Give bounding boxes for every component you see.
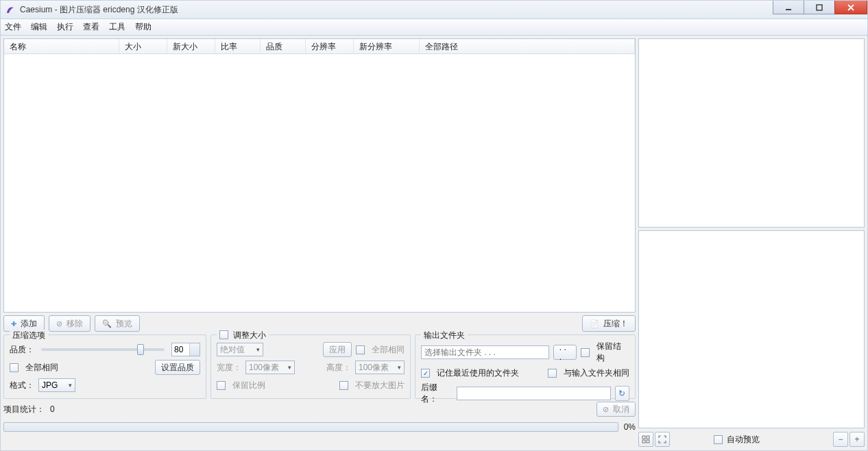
- preview-button-label: 预览: [116, 318, 132, 330]
- output-group: 输出文件夹 . . . 保留结构 记住最近使用的文件夹 与输入文件夹相同 后缀名…: [415, 334, 636, 399]
- preview-toolbar: 自动预览 − +: [638, 431, 865, 448]
- menu-file[interactable]: 文件: [5, 21, 21, 33]
- width-value: 100像素: [249, 362, 279, 374]
- item-stats-label: 项目统计：: [3, 404, 45, 415]
- all-same-quality-checkbox[interactable]: [10, 363, 19, 372]
- resize-all-same-label: 全部相同: [372, 344, 405, 356]
- fit-window-button[interactable]: [655, 432, 670, 447]
- preview-compressed-pane: [638, 230, 865, 428]
- quality-slider[interactable]: [41, 348, 165, 351]
- all-same-quality-label: 全部相同: [25, 362, 58, 374]
- menu-tools[interactable]: 工具: [109, 21, 125, 33]
- output-legend: 输出文件夹: [421, 330, 468, 341]
- col-newsize[interactable]: 新大小: [167, 39, 215, 53]
- suffix-input[interactable]: [457, 387, 611, 400]
- remove-button[interactable]: 移除: [49, 315, 91, 332]
- col-ratio[interactable]: 比率: [215, 39, 261, 53]
- minimize-button[interactable]: [773, 1, 804, 14]
- height-combo[interactable]: 100像素: [355, 361, 405, 374]
- remove-button-label: 移除: [67, 318, 83, 330]
- resize-legend-label: 调整大小: [233, 330, 266, 340]
- menu-edit[interactable]: 编辑: [31, 21, 47, 33]
- col-size[interactable]: 大小: [119, 39, 167, 53]
- suffix-label: 后缀名：: [421, 382, 453, 405]
- svg-rect-4: [642, 440, 645, 443]
- compress-button-label: 压缩！: [603, 318, 628, 330]
- fit-width-button[interactable]: [638, 432, 653, 447]
- zoom-in-button[interactable]: +: [849, 432, 865, 447]
- table-body[interactable]: [4, 54, 635, 312]
- width-combo[interactable]: 100像素: [245, 361, 295, 374]
- add-button-label: 添加: [21, 318, 37, 330]
- set-quality-label: 设置品质: [161, 362, 194, 374]
- resize-mode-combo[interactable]: 绝对值: [217, 343, 263, 356]
- preview-original-pane: [638, 38, 865, 228]
- menu-help[interactable]: 帮助: [135, 21, 152, 33]
- no-enlarge-checkbox[interactable]: [339, 381, 348, 390]
- resize-all-same-checkbox[interactable]: [356, 345, 365, 354]
- browse-button[interactable]: . . .: [553, 345, 577, 360]
- maximize-button[interactable]: [804, 1, 835, 14]
- resize-legend: 调整大小: [217, 330, 269, 341]
- keep-structure-label: 保留结构: [596, 341, 629, 364]
- same-as-input-checkbox[interactable]: [548, 369, 557, 378]
- col-fullpath[interactable]: 全部路径: [420, 39, 635, 53]
- col-name[interactable]: 名称: [4, 39, 119, 53]
- progress-row: 0%: [3, 419, 636, 435]
- quality-slider-thumb[interactable]: [137, 344, 144, 355]
- window-title: Caesium - 图片压缩器 ericdeng 汉化修正版: [20, 4, 773, 16]
- format-value: JPG: [42, 380, 58, 390]
- auto-preview-label: 自动预览: [727, 434, 760, 446]
- same-as-input-label: 与输入文件夹相同: [564, 367, 629, 379]
- resize-apply-button[interactable]: 应用: [323, 342, 352, 357]
- compress-legend: 压缩选项: [10, 330, 48, 341]
- table-header: 名称 大小 新大小 比率 品质 分辨率 新分辨率 全部路径: [4, 39, 635, 54]
- height-value: 100像素: [359, 362, 389, 374]
- action-toolbar: 添加 移除 预览 压缩！: [3, 315, 636, 332]
- resize-group: 调整大小 绝对值 应用 全部相同 宽度： 100像素 高度： 100像素: [210, 334, 411, 399]
- menubar: 文件 编辑 执行 查看 工具 帮助: [0, 19, 868, 36]
- col-resolution[interactable]: 分辨率: [306, 39, 354, 53]
- expand-icon: [658, 435, 666, 443]
- progress-pct: 0%: [624, 422, 636, 432]
- format-combo[interactable]: JPG: [38, 378, 75, 392]
- svg-rect-1: [817, 5, 822, 10]
- browse-label: . . .: [559, 343, 571, 362]
- app-icon: [5, 4, 16, 15]
- output-folder-input[interactable]: [421, 345, 549, 359]
- remember-recent-checkbox[interactable]: [421, 369, 430, 378]
- keep-structure-checkbox[interactable]: [581, 348, 590, 357]
- menu-view[interactable]: 查看: [83, 21, 99, 33]
- auto-preview-checkbox[interactable]: [714, 435, 723, 444]
- svg-rect-3: [647, 436, 649, 439]
- cancel-label: 取消: [613, 404, 629, 415]
- format-label: 格式：: [10, 380, 34, 391]
- window-controls: [773, 1, 867, 19]
- quality-value: 80: [174, 345, 183, 354]
- file-table[interactable]: 名称 大小 新大小 比率 品质 分辨率 新分辨率 全部路径: [3, 38, 636, 313]
- set-quality-button[interactable]: 设置品质: [155, 360, 200, 375]
- quality-label: 品质：: [10, 344, 34, 356]
- height-label: 高度：: [326, 362, 351, 374]
- width-label: 宽度：: [217, 362, 241, 374]
- quality-spinbox[interactable]: 80: [171, 343, 200, 356]
- compress-button[interactable]: 压缩！: [582, 315, 636, 332]
- close-button[interactable]: [834, 1, 867, 14]
- suffix-reset-button[interactable]: ↻: [615, 386, 629, 401]
- preview-button[interactable]: 预览: [95, 315, 140, 332]
- resize-enable-checkbox[interactable]: [219, 330, 228, 339]
- plus-icon: +: [854, 435, 859, 444]
- item-count: 0: [50, 404, 55, 414]
- remember-recent-label: 记住最近使用的文件夹: [437, 367, 519, 379]
- refresh-icon: ↻: [618, 389, 625, 398]
- menu-execute[interactable]: 执行: [57, 21, 73, 33]
- resize-mode-value: 绝对值: [220, 344, 245, 356]
- col-newresolution[interactable]: 新分辨率: [354, 39, 420, 53]
- no-enlarge-label: 不要放大图片: [355, 380, 405, 391]
- svg-rect-5: [647, 440, 649, 443]
- keep-ratio-checkbox[interactable]: [217, 381, 226, 390]
- svg-rect-2: [642, 436, 645, 439]
- zoom-out-button[interactable]: −: [833, 432, 848, 447]
- titlebar: Caesium - 图片压缩器 ericdeng 汉化修正版: [0, 0, 868, 19]
- col-quality[interactable]: 品质: [261, 39, 306, 53]
